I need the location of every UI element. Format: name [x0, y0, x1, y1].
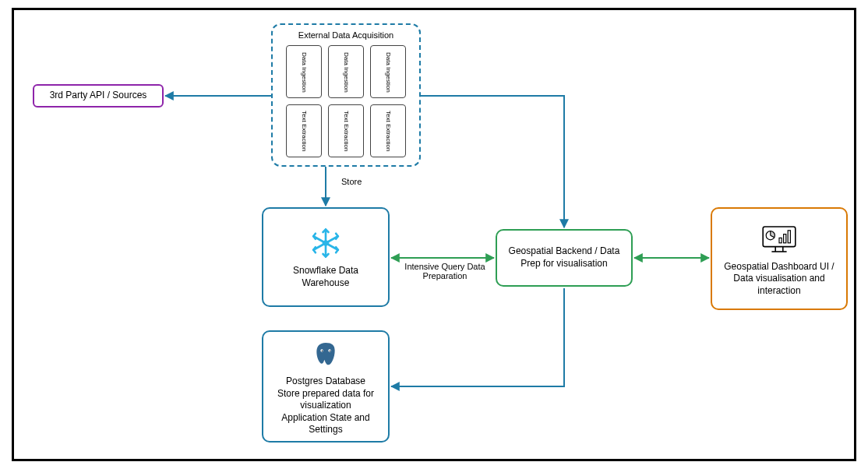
edge-label-store: Store: [341, 177, 362, 186]
text-extraction-box: Text Extraction: [286, 104, 322, 157]
snowflake-icon: [307, 224, 344, 262]
snowflake-warehouse-node: Snowflake Data Warehouse: [262, 207, 390, 307]
edge-label-intensive: Intensive Query Data Preparation: [402, 262, 488, 280]
svg-rect-20: [784, 234, 786, 242]
geospatial-dashboard-node: Geospatial Dashboard UI / Data visualisa…: [711, 207, 848, 310]
text-extraction-box: Text Extraction: [328, 104, 364, 157]
ext-acq-grid: Data Ingestion Data Ingestion Data Inges…: [286, 45, 406, 157]
dashboard-icon: [760, 220, 798, 258]
external-data-acquisition-node: External Data Acquisition Data Ingestion…: [271, 23, 421, 167]
geo-backend-label: Geospatial Backend / Data Prep for visua…: [502, 245, 626, 270]
svg-rect-19: [779, 238, 782, 242]
data-ingestion-box: Data Ingestion: [328, 45, 364, 98]
data-ingestion-box: Data Ingestion: [286, 45, 322, 98]
postgres-icon: [307, 337, 344, 372]
ext-acq-title: External Data Acquisition: [298, 30, 393, 41]
data-ingestion-box: Data Ingestion: [370, 45, 406, 98]
postgres-line1: Postgres Database: [286, 376, 365, 388]
postgres-db-node: Postgres Database Store prepared data fo…: [262, 330, 390, 443]
postgres-line2: Store prepared data for visualization: [268, 388, 383, 412]
svg-point-11: [330, 351, 330, 351]
snowflake-label: Snowflake Data Warehouse: [268, 265, 383, 289]
geo-dashboard-label: Geospatial Dashboard UI / Data visualisa…: [717, 261, 842, 298]
postgres-line3: Application State and Settings: [268, 412, 383, 436]
text-extraction-box: Text Extraction: [370, 104, 406, 157]
svg-rect-21: [788, 230, 790, 242]
third-party-api-node: 3rd Party API / Sources: [33, 84, 164, 108]
svg-point-10: [322, 351, 323, 351]
geospatial-backend-node: Geospatial Backend / Data Prep for visua…: [496, 229, 633, 287]
third-party-label: 3rd Party API / Sources: [50, 90, 147, 102]
svg-rect-7: [322, 239, 330, 247]
